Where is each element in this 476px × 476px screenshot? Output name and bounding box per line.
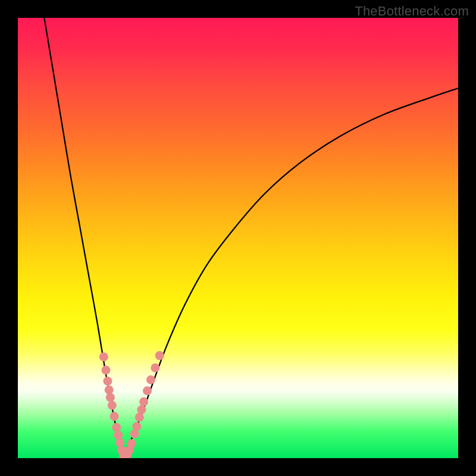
pink-dot	[155, 351, 164, 360]
plot-area	[18, 18, 458, 458]
pink-dot	[112, 423, 121, 432]
pink-dot	[99, 352, 108, 361]
pink-dot	[132, 422, 141, 431]
pink-dot	[103, 377, 112, 386]
pink-dots-group	[99, 351, 164, 458]
curves-svg	[18, 18, 458, 458]
pink-dot	[115, 439, 124, 447]
pink-dot	[146, 375, 155, 384]
pink-dot	[106, 393, 115, 402]
pink-dot	[108, 401, 117, 410]
pink-dot	[110, 412, 119, 421]
pink-dot	[143, 386, 152, 395]
pink-dot	[114, 431, 123, 440]
chart-frame: TheBottleneck.com	[0, 0, 476, 476]
pink-dot	[151, 364, 159, 372]
pink-dot	[105, 386, 114, 394]
pink-dot	[102, 366, 111, 375]
pink-dot	[127, 439, 136, 448]
right-curve	[124, 88, 458, 458]
pink-dot	[139, 397, 148, 406]
watermark-text: TheBottleneck.com	[355, 4, 469, 19]
pink-dot	[137, 405, 146, 414]
